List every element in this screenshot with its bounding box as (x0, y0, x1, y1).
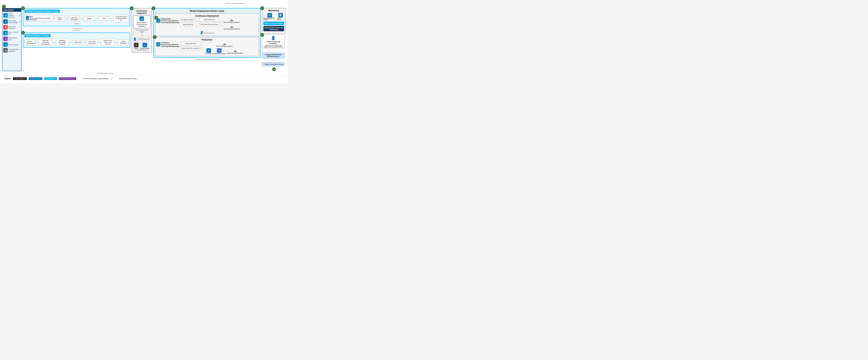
dev-workspace-box: 🤖 Dev Secure Azure Machine Learning Work… (25, 15, 53, 21)
admin-flow: Project Repositories → Machine Learning … (25, 38, 129, 46)
create-modify-label: ↕ Create/ModifyResources (23, 28, 130, 31)
synapse-label: Azure Synapse (8, 44, 19, 46)
arrow-1: → (66, 17, 68, 20)
prod-row: 🤖 ProductionSecure Azure MachineLearning… (156, 42, 258, 55)
staging-inference-col: Batch Inference Near Real-Time Inference (199, 18, 220, 30)
badge-2: 2 (21, 31, 25, 34)
badge-3: 3 (21, 6, 25, 10)
monitoring-section: 8 Monitoring 💡 Azure Application Insight… (262, 8, 285, 33)
gated-approval-box: Gated Approval (137, 37, 150, 41)
cd-title: Continuous Deployment (156, 15, 258, 17)
prod-endpoints-col: ☁ Batch Managed Endpoint ⊕ Azure Arc (206, 42, 243, 55)
qa-col: Quality Assurance Responsible AI (180, 18, 195, 30)
ci-aml-icon: 🤖 (140, 17, 144, 21)
admin-arrow-2: → (53, 41, 55, 44)
arc-label: Azure Arc (206, 53, 212, 55)
flow-model: Model (84, 17, 94, 21)
badge-10: 10 (272, 67, 276, 71)
legend-ml-engineer: ML Engineer (44, 77, 57, 80)
cloud-2: ☁ (230, 25, 234, 28)
prod-k8s-service: ⎈ Kubernetes Services (213, 48, 226, 55)
admin-arrow-3: → (69, 41, 72, 44)
staging-online-label: Online Managed Endpoint (223, 28, 240, 30)
admin-create-monitors: Create Monitors (118, 39, 129, 45)
badge-1: 1 (2, 5, 6, 8)
admin-labeling: Labeling / Annotation Projects (56, 38, 69, 46)
ci-aml-box: 🤖 Azure Machine Learning Model Registrie… (133, 16, 151, 28)
storage-label: Azure Storage Account (8, 12, 18, 18)
prod-arc-service: ⊕ Azure Arc (206, 48, 212, 55)
staging-content: Quality Assurance Responsible AI → → (180, 18, 258, 30)
staging-batch-inference: Batch Inference (199, 18, 220, 21)
prod-arrow-2: → (202, 47, 204, 49)
feature-label: * Feature Store (Optional) (8, 49, 20, 52)
create-modify-row: Create/Modify Resources (2, 72, 285, 74)
staging-arrow-2: → (196, 25, 198, 28)
human-desc: Validate and annotate new images with po… (263, 45, 283, 48)
prod-online-endpoint: ☁ Online Managed Endpoint (227, 49, 243, 54)
recommended-check: ✓ (111, 77, 113, 80)
sql-icon: 🗄 (3, 25, 8, 30)
person-icon-ci: 👤 (133, 37, 136, 41)
de-item-storage: ☁ Azure Storage Account ✓ (3, 12, 20, 18)
staging-workspace-col: 🤖 Staging/TestSecure Azure MachineLearni… (156, 18, 179, 24)
storage-icon: ☁ (3, 13, 8, 18)
cloud-3: ☁ (222, 42, 226, 46)
gated-label-staging: 👤 Gated Approval (156, 31, 258, 34)
main-container: Model Performance Review 1 Data Estate ☁… (0, 0, 288, 84)
center-column: 3 Model Development (Inner Loop) 🤖 Dev S… (23, 8, 130, 71)
cloud-1: ☁ (230, 18, 234, 22)
staging-batch-label: Batch Managed Endpoint (223, 22, 240, 23)
badge-9: 9 (260, 33, 264, 37)
section9-panel: 👤 Human in the Loop Evaluation Validate … (262, 35, 284, 66)
app-insights-label: Azure Application Insights (264, 18, 276, 20)
prod-online-label: Online Managed Endpoint (227, 53, 243, 54)
data-estate-title: Data Estate (2, 8, 21, 12)
model-deploy-panel: Model Deployment (Outer Loop) Continuous… (153, 8, 261, 58)
admin-datasets: Data Sets (72, 40, 83, 44)
staging-title-label: Staging/TestSecure Azure MachineLearning… (161, 18, 179, 24)
admin-arrow-1: → (36, 41, 38, 44)
gated-approval-row: 👤 Gated Approval (133, 37, 150, 41)
prod-arrow-1: → (202, 42, 204, 44)
prod-batch-endpoint: ☁ Batch Managed Endpoint (206, 42, 243, 47)
devops-label: Azure DevOps (140, 48, 150, 49)
staging-arrows-col2: → → (220, 18, 222, 30)
create-modify-label-2: Create/Modify Resources (97, 72, 114, 74)
prod-title: Production (156, 39, 258, 41)
ci-down-arrow: ↓ (141, 33, 143, 37)
storage-check: ✓ (19, 14, 20, 17)
staging-workspace-header: 🤖 Staging/TestSecure Azure MachineLearni… (156, 18, 179, 24)
model-dev-panel: Model Development (Inner Loop) 🤖 Dev Sec… (23, 8, 130, 26)
prod-aml-icon: 🤖 (156, 42, 160, 47)
prod-inference-col: Batch Inference Near Real-Time Inference (180, 42, 201, 50)
badge-7: 7 (153, 35, 157, 39)
legend-data-scientist: Data Scientist (29, 77, 42, 80)
admin-project-repos: Project Repositories (25, 39, 35, 45)
staging-arrow-4: → (220, 25, 222, 28)
human-icon: 👤 (263, 36, 283, 40)
github-label: Github (134, 48, 138, 49)
production-section: 7 Production 🤖 ProductionSecure Azure Ma… (155, 37, 259, 56)
quality-assurance-box: Quality Assurance (180, 18, 195, 21)
k8s-icon: ⎈ (217, 48, 221, 53)
model-dev-flow: Image Data → Labeling / Annotation → Mod… (54, 15, 129, 22)
de-item-datalake: ⚡ Azure Data Lake Storage ✓ (3, 19, 20, 24)
admin-setup-panel: Administration & Setup Project Repositor… (23, 32, 130, 48)
admin-compute: Compute Resources (87, 39, 98, 45)
legend-data-engineer: Data Engineer (13, 77, 27, 80)
de-item-eventhub: ⚡ Azure Event Hubs (3, 37, 20, 41)
prod-batch-inference: Batch Inference (180, 42, 201, 45)
azure-monitor-tool: 📊 Azure Monitor (277, 13, 284, 20)
model-data-monitoring-box: Model & Data Monitoring (264, 22, 284, 25)
devops-icon: ∞ (143, 43, 147, 47)
legend: Legend: Data Engineer Data Scientist ML … (2, 76, 285, 82)
cloud-4: ☁ (233, 49, 237, 53)
admin-user-access: Define User Team and Access (101, 38, 114, 46)
synapse-icon: ⬡ (3, 42, 8, 47)
monitoring-title: Monitoring (264, 9, 284, 12)
legend-infra-team: Infrastructure Team (59, 77, 76, 80)
ci-aml-label: Azure Machine Learning Model Registries (134, 22, 150, 27)
human-label: Human in the Loop Evaluation (263, 41, 283, 44)
staging-arrows-col: → → (196, 18, 198, 30)
